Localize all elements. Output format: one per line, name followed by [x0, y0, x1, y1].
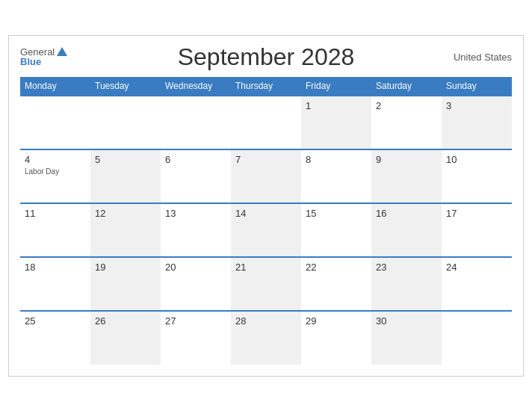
calendar-week-4: 18192021222324 [20, 257, 512, 311]
calendar-cell: 12 [90, 203, 161, 257]
calendar-cell [90, 96, 161, 149]
day-number: 29 [306, 315, 367, 327]
day-number: 5 [95, 154, 156, 165]
weekday-header-tuesday: Tuesday [90, 77, 161, 96]
calendar-cell: 7 [231, 149, 301, 203]
calendar-week-3: 11121314151617 [20, 203, 512, 257]
calendar-cell: 19 [90, 257, 161, 311]
weekday-header-wednesday: Wednesday [161, 77, 231, 96]
logo-triangle-icon [57, 47, 67, 56]
calendar-cell: 29 [301, 311, 371, 365]
calendar-cell: 18 [20, 257, 90, 311]
day-number: 11 [25, 208, 86, 219]
calendar-body: 1234Labor Day567891011121314151617181920… [20, 96, 512, 365]
country-label: United States [454, 52, 512, 63]
day-number: 25 [25, 315, 86, 327]
day-number: 10 [446, 154, 507, 165]
calendar-cell: 25 [20, 311, 90, 365]
calendar-cell: 16 [371, 203, 442, 257]
calendar-cell: 28 [231, 311, 301, 365]
day-number: 14 [235, 208, 297, 219]
calendar-container: General Blue September 2028 United State… [8, 35, 524, 377]
day-number: 17 [446, 208, 507, 219]
weekday-header-saturday: Saturday [371, 77, 442, 96]
calendar-cell [231, 96, 301, 149]
calendar-cell: 23 [371, 257, 442, 311]
day-number: 18 [25, 262, 86, 273]
calendar-cell: 15 [301, 203, 371, 257]
calendar-title: September 2028 [178, 43, 355, 71]
calendar-week-2: 4Labor Day5678910 [20, 149, 512, 203]
weekday-header-thursday: Thursday [231, 77, 301, 96]
calendar-cell: 21 [231, 257, 301, 311]
calendar-cell [20, 96, 90, 149]
day-number: 7 [235, 154, 297, 165]
day-number: 23 [376, 262, 437, 273]
day-number: 30 [376, 315, 437, 327]
day-number: 1 [306, 100, 367, 111]
calendar-header: General Blue September 2028 United State… [20, 43, 512, 71]
day-number: 22 [306, 262, 367, 273]
day-number: 21 [235, 262, 297, 273]
logo: General Blue [20, 47, 67, 67]
calendar-cell [161, 96, 231, 149]
calendar-cell: 22 [301, 257, 371, 311]
day-number: 26 [95, 315, 156, 327]
calendar-cell: 9 [371, 149, 442, 203]
day-number: 8 [306, 154, 367, 165]
calendar-cell: 13 [161, 203, 231, 257]
calendar-cell: 27 [161, 311, 231, 365]
day-number: 27 [165, 315, 226, 327]
day-number: 6 [165, 154, 226, 165]
calendar-cell: 20 [161, 257, 231, 311]
day-number: 15 [306, 208, 367, 219]
day-number: 9 [376, 154, 437, 165]
calendar-week-5: 252627282930 [20, 311, 512, 365]
calendar-cell: 14 [231, 203, 301, 257]
calendar-cell: 8 [301, 149, 371, 203]
calendar-cell: 11 [20, 203, 90, 257]
calendar-cell: 1 [301, 96, 371, 149]
day-number: 2 [376, 100, 437, 111]
day-number: 16 [376, 208, 437, 219]
calendar-cell: 10 [442, 149, 512, 203]
calendar-cell: 17 [442, 203, 512, 257]
day-number: 20 [165, 262, 226, 273]
day-number: 4 [25, 154, 86, 165]
calendar-cell: 6 [161, 149, 231, 203]
calendar-grid: MondayTuesdayWednesdayThursdayFridaySatu… [20, 77, 512, 365]
day-number: 24 [446, 262, 507, 273]
weekday-header-monday: Monday [20, 77, 90, 96]
calendar-cell: 2 [371, 96, 442, 149]
calendar-cell: 30 [371, 311, 442, 365]
calendar-cell: 5 [90, 149, 161, 203]
holiday-label: Labor Day [25, 167, 86, 176]
logo-blue-text: Blue [20, 57, 41, 67]
calendar-cell: 24 [442, 257, 512, 311]
calendar-cell [442, 311, 512, 365]
calendar-week-1: 123 [20, 96, 512, 149]
day-number: 28 [235, 315, 297, 327]
day-number: 13 [165, 208, 226, 219]
weekday-header-friday: Friday [301, 77, 371, 96]
day-number: 19 [95, 262, 156, 273]
calendar-cell: 3 [442, 96, 512, 149]
day-number: 3 [446, 100, 507, 111]
calendar-cell: 4Labor Day [20, 149, 90, 203]
calendar-header-row: MondayTuesdayWednesdayThursdayFridaySatu… [20, 77, 512, 96]
calendar-cell: 26 [90, 311, 161, 365]
weekday-header-sunday: Sunday [442, 77, 512, 96]
day-number: 12 [95, 208, 156, 219]
